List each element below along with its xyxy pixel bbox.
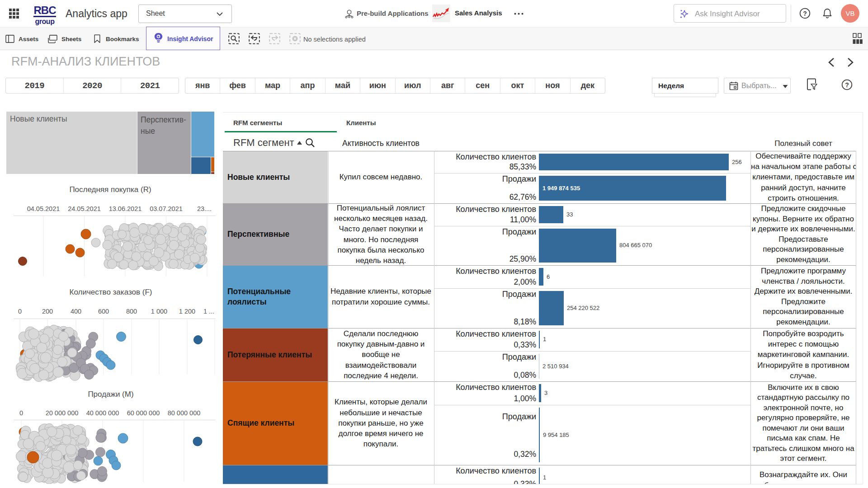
svg-text:04.05.2021: 04.05.2021 [27,205,60,212]
svg-text:1 000: 1 000 [151,308,167,315]
svg-text:80 000 000: 80 000 000 [168,409,201,417]
svg-text:40 000 000: 40 000 000 [86,409,119,417]
svg-text:600: 600 [98,308,109,315]
svg-text:03.07.2021: 03.07.2021 [150,205,183,212]
svg-text:Продажи (M): Продажи (M) [88,390,133,399]
svg-text:20 000 000: 20 000 000 [46,409,79,417]
svg-text:24.05.2021: 24.05.2021 [68,205,101,212]
svg-text:Количество заказов (F): Количество заказов (F) [70,288,152,296]
svg-text:0: 0 [18,308,22,315]
svg-text:13.06.2021: 13.06.2021 [109,205,142,212]
svg-text:?: ? [803,10,807,17]
svg-text:Последняя покупка (R): Последняя покупка (R) [69,185,151,194]
svg-text:1 ...: 1 ... [203,308,214,315]
svg-text:400: 400 [71,308,81,315]
svg-text:60 000 000: 60 000 000 [127,409,160,417]
svg-text:200: 200 [42,308,53,315]
svg-text:1 200: 1 200 [179,308,195,315]
svg-text:800: 800 [126,308,137,315]
svg-text:0: 0 [19,409,23,417]
svg-text:23....: 23.... [197,205,212,212]
svg-text:?: ? [845,81,849,89]
